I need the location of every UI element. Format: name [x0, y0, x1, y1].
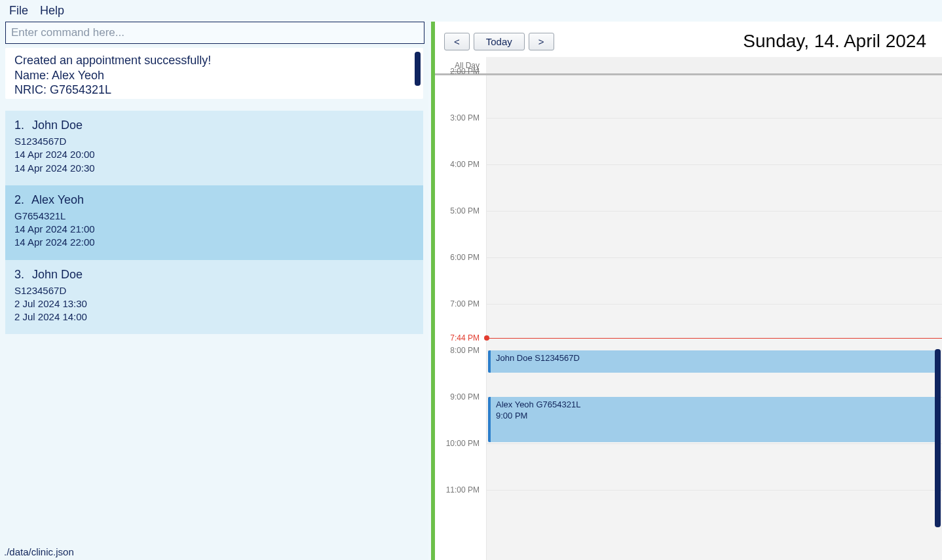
list-item-index: 3. — [14, 268, 29, 282]
list-item[interactable]: 2. Alex Yeoh G7654321L 14 Apr 2024 21:00… — [5, 185, 423, 260]
result-line: Name: Alex Yeoh — [14, 68, 414, 83]
status-path: ./data/clinic.json — [0, 544, 78, 560]
hour-gridline — [487, 304, 942, 305]
menu-help[interactable]: Help — [40, 4, 64, 18]
result-line: Created an appointment successfully! — [14, 53, 414, 68]
hour-gridline — [487, 443, 942, 444]
calendar-event[interactable]: Alex Yeoh G7654321L9:00 PM — [488, 397, 935, 442]
menubar: File Help — [0, 0, 942, 22]
list-item-end: 2 Jul 2024 14:00 — [14, 310, 414, 324]
hour-label: 6:00 PM — [450, 253, 480, 262]
hour-label-cut: 2:00 PM — [450, 67, 480, 76]
hour-gridline — [487, 164, 942, 165]
list-item-start: 2 Jul 2024 13:30 — [14, 297, 414, 310]
calendar-event-title: Alex Yeoh G7654321L — [496, 400, 930, 411]
now-time-label: 7:44 PM — [450, 333, 480, 343]
calendar-event[interactable]: John Doe S1234567D — [488, 350, 935, 373]
result-line: Start time: 14 Apr 2024 21:00 — [14, 98, 414, 100]
list-item[interactable]: 1. John Doe S1234567D 14 Apr 2024 20:00 … — [5, 111, 423, 185]
list-item-end: 14 Apr 2024 22:00 — [14, 236, 414, 249]
today-button[interactable]: Today — [474, 33, 525, 50]
list-item-start: 14 Apr 2024 20:00 — [14, 148, 414, 161]
prev-day-button[interactable]: < — [444, 33, 470, 50]
list-item-index: 2. — [14, 193, 29, 207]
list-item-index: 1. — [14, 119, 29, 132]
hour-gridline — [487, 490, 942, 491]
calendar-event-title: John Doe S1234567D — [496, 353, 930, 364]
list-item-name: John Doe — [32, 268, 83, 281]
hour-gridline — [487, 118, 942, 119]
list-item-name: John Doe — [32, 119, 83, 132]
hour-label: 11:00 PM — [446, 485, 480, 495]
list-item-start: 14 Apr 2024 21:00 — [14, 223, 414, 236]
menu-file[interactable]: File — [9, 4, 28, 18]
calendar-panel: < Today > Sunday, 14. April 2024 All Day… — [435, 22, 942, 560]
calendar-nav: < Today > — [444, 33, 554, 50]
next-day-button[interactable]: > — [529, 33, 554, 50]
now-line — [487, 338, 942, 339]
calendar-event-subtitle: 9:00 PM — [496, 411, 930, 422]
list-item-nric: G7654321L — [14, 210, 414, 223]
hour-label: 10:00 PM — [446, 439, 480, 448]
hour-label: 8:00 PM — [450, 346, 480, 355]
list-item-end: 14 Apr 2024 20:30 — [14, 162, 414, 175]
hour-label: 9:00 PM — [450, 392, 480, 401]
calendar-scrollbar-thumb[interactable] — [935, 349, 941, 527]
command-input[interactable] — [5, 22, 424, 44]
list-item-nric: S1234567D — [14, 135, 414, 148]
list-item[interactable]: 3. John Doe S1234567D 2 Jul 2024 13:30 2… — [5, 260, 423, 335]
hour-label: 3:00 PM — [450, 113, 480, 122]
calendar-grid[interactable]: 2:00 PM3:00 PM4:00 PM5:00 PM6:00 PM7:00 … — [435, 75, 942, 560]
hour-label: 5:00 PM — [450, 206, 480, 215]
appointments-list: 1. John Doe S1234567D 14 Apr 2024 20:00 … — [5, 111, 423, 334]
hour-label: 4:00 PM — [450, 160, 480, 169]
allday-cell[interactable] — [486, 57, 942, 73]
now-dot-icon — [484, 335, 489, 341]
hour-label: 7:00 PM — [450, 299, 480, 308]
list-item-nric: S1234567D — [14, 284, 414, 297]
allday-row: All Day — [435, 57, 942, 75]
result-line: NRIC: G7654321L — [14, 83, 414, 98]
result-box: Created an appointment successfully! Nam… — [5, 48, 423, 99]
result-scrollbar-thumb[interactable] — [415, 52, 421, 86]
calendar-date-title: Sunday, 14. April 2024 — [743, 31, 926, 52]
hour-gridline — [487, 211, 942, 212]
left-panel: Created an appointment successfully! Nam… — [0, 22, 428, 560]
hour-gridline — [487, 257, 942, 258]
list-item-name: Alex Yeoh — [31, 193, 84, 206]
